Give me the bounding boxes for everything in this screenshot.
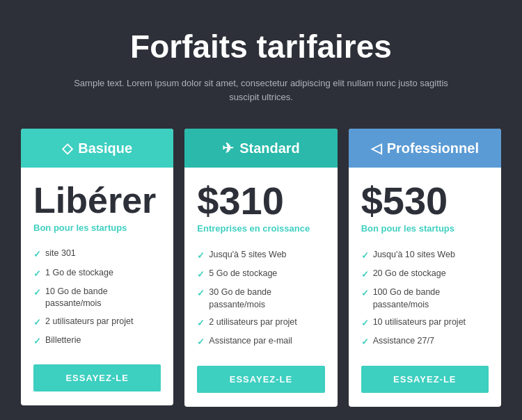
check-icon: ✓ — [361, 250, 369, 262]
card-basique-price: Libérer — [33, 181, 161, 220]
check-icon: ✓ — [361, 268, 369, 281]
list-item: ✓30 Go de bande passante/mois — [197, 284, 324, 314]
check-icon: ✓ — [33, 316, 41, 329]
page-subtitle: Sample text. Lorem ipsum dolor sit amet,… — [66, 76, 456, 104]
card-basique-features: ✓site 301 ✓1 Go de stockage ✓10 Go de ba… — [33, 245, 161, 350]
card-basique: ◇ Basique Libérer Bon pour les startups … — [21, 129, 173, 405]
list-item: ✓2 utilisateurs par projet — [33, 313, 161, 332]
list-item: ✓10 utilisateurs par projet — [361, 314, 489, 332]
list-item: ✓100 Go de bande passante/mois — [361, 284, 489, 314]
check-icon: ✓ — [197, 336, 205, 348]
check-icon: ✓ — [361, 336, 369, 348]
check-icon: ✓ — [197, 317, 205, 330]
check-icon: ✓ — [197, 268, 205, 281]
card-basique-title: Basique — [78, 140, 132, 156]
list-item: ✓Jusqu'à 10 sites Web — [361, 246, 489, 265]
check-icon: ✓ — [361, 287, 369, 300]
card-standard: ✈ Standard $310 Entreprises en croissanc… — [184, 129, 337, 407]
check-icon: ✓ — [33, 268, 41, 280]
list-item: ✓20 Go de stockage — [361, 265, 489, 284]
check-icon: ✓ — [197, 250, 205, 262]
card-standard-price: $310 — [197, 181, 324, 220]
card-standard-body: $310 Entreprises en croissance ✓Jusqu'à … — [184, 168, 337, 407]
card-professionnel-tagline: Bon pour les startups — [361, 223, 489, 235]
try-standard-button[interactable]: ESSAYEZ-LE — [197, 366, 324, 393]
try-basique-button[interactable]: ESSAYEZ-LE — [33, 364, 161, 391]
card-professionnel-body: $530 Bon pour les startups ✓Jusqu'à 10 s… — [349, 168, 501, 407]
card-professionnel: ◁ Professionnel $530 Bon pour les startu… — [349, 129, 501, 407]
list-item: ✓1 Go de stockage — [33, 264, 161, 283]
check-icon: ✓ — [361, 317, 369, 330]
check-icon: ✓ — [33, 248, 41, 261]
card-standard-features: ✓Jusqu'à 5 sites Web ✓5 Go de stockage ✓… — [197, 246, 324, 352]
card-standard-header: ✈ Standard — [184, 129, 337, 168]
page-title: Forfaits tarifaires — [130, 28, 392, 65]
list-item: ✓Jusqu'à 5 sites Web — [197, 246, 324, 265]
check-icon: ✓ — [33, 335, 41, 348]
list-item: ✓2 utilisateurs par projet — [197, 314, 324, 332]
list-item: ✓site 301 — [33, 245, 161, 264]
check-icon: ✓ — [33, 286, 41, 299]
try-professionnel-button[interactable]: ESSAYEZ-LE — [361, 366, 489, 393]
card-professionnel-header: ◁ Professionnel — [349, 129, 501, 168]
bell-icon: ◁ — [371, 140, 381, 156]
check-icon: ✓ — [197, 287, 205, 300]
pricing-cards: ◇ Basique Libérer Bon pour les startups … — [21, 129, 501, 407]
list-item: ✓10 Go de bande passante/mois — [33, 283, 161, 313]
list-item: ✓Assistance 27/7 — [361, 332, 489, 351]
diamond-icon: ◇ — [62, 140, 72, 156]
card-standard-title: Standard — [239, 140, 300, 156]
send-icon: ✈ — [222, 140, 234, 156]
card-professionnel-price: $530 — [361, 181, 489, 220]
list-item: ✓Assistance par e-mail — [197, 332, 324, 351]
card-professionnel-title: Professionnel — [387, 140, 479, 156]
card-basique-tagline: Bon pour les startups — [33, 223, 161, 234]
card-professionnel-features: ✓Jusqu'à 10 sites Web ✓20 Go de stockage… — [361, 246, 489, 352]
list-item: ✓Billetterie — [33, 332, 161, 350]
list-item: ✓5 Go de stockage — [197, 265, 324, 284]
card-basique-header: ◇ Basique — [21, 129, 173, 168]
card-standard-tagline: Entreprises en croissance — [197, 223, 324, 235]
card-basique-body: Libérer Bon pour les startups ✓site 301 … — [21, 168, 173, 405]
